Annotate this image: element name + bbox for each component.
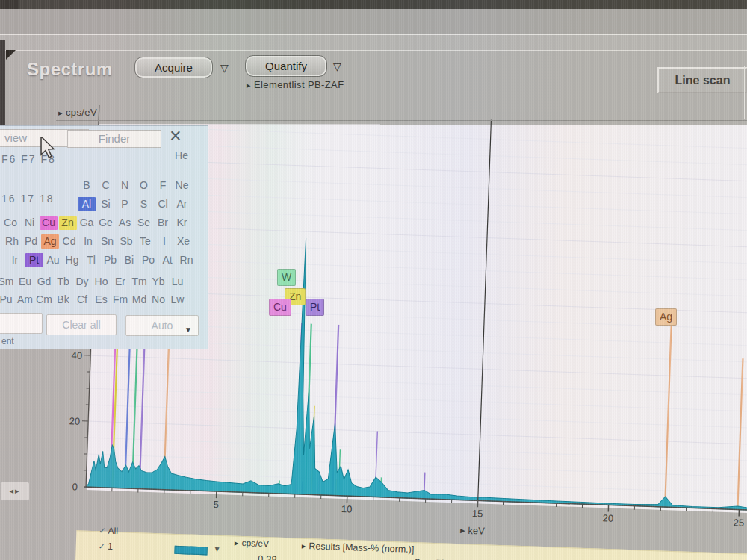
- x-tick-label: 10: [341, 503, 353, 514]
- row1-checkbox[interactable]: ✓1: [98, 540, 113, 552]
- element-cell-S[interactable]: S: [135, 197, 153, 211]
- y-tick-label: 40: [71, 349, 82, 361]
- y-tick-label: 0: [72, 481, 78, 492]
- element-cell-Zn[interactable]: Zn: [59, 216, 77, 230]
- legend-cps-link[interactable]: ▸cps/eV: [235, 538, 270, 550]
- element-cell-Cu[interactable]: Cu: [40, 216, 58, 230]
- peak-label-W: W: [277, 269, 296, 286]
- caret-icon: ▸: [302, 541, 306, 550]
- element-cell-Md[interactable]: Md: [131, 293, 149, 307]
- swatch-dropdown-icon[interactable]: ▼: [213, 545, 220, 553]
- element-cell-Cd[interactable]: Cd: [61, 234, 78, 249]
- acquire-dropdown-icon[interactable]: ▽: [220, 62, 229, 74]
- element-cell-Yb[interactable]: Yb: [149, 275, 167, 289]
- element-cell-I[interactable]: I: [155, 234, 173, 249]
- element-cell-Sm[interactable]: Sm: [0, 275, 15, 289]
- element-cell-Au[interactable]: Au: [44, 253, 62, 267]
- element-cell-Kr[interactable]: Kr: [173, 216, 191, 230]
- element-cell-In[interactable]: In: [79, 234, 97, 249]
- chevron-down-icon: ▼: [185, 320, 192, 340]
- auto-dropdown[interactable]: Auto▼: [125, 315, 199, 336]
- tab-finder[interactable]: Finder: [67, 130, 161, 148]
- element-cell-Po[interactable]: Po: [140, 253, 158, 267]
- element-cell-Cm[interactable]: Cm: [35, 293, 53, 307]
- clear-all-button[interactable]: Clear all: [46, 314, 117, 335]
- element-cell-Si[interactable]: Si: [97, 197, 115, 211]
- quantify-button[interactable]: Quantify: [245, 55, 327, 77]
- element-cell-Ge[interactable]: Ge: [97, 216, 115, 230]
- element-cell-Co[interactable]: Co: [1, 216, 19, 230]
- element-cell-F[interactable]: F: [154, 178, 172, 193]
- element-cell-Cl[interactable]: Cl: [154, 197, 172, 211]
- element-cell-Ni[interactable]: Ni: [21, 216, 39, 230]
- element-cell-Ir[interactable]: Ir: [6, 253, 24, 267]
- element-cell-Rh[interactable]: Rh: [3, 234, 21, 249]
- caret-icon: ▸: [58, 108, 63, 117]
- element-cell-Lu[interactable]: Lu: [169, 275, 187, 289]
- element-cell-At[interactable]: At: [158, 253, 176, 267]
- y-tick-label: 20: [69, 415, 80, 426]
- element-cell-Ho[interactable]: Ho: [93, 275, 111, 289]
- element-cell-Bi[interactable]: Bi: [120, 253, 138, 267]
- element-cell-P[interactable]: P: [116, 197, 134, 211]
- label-fragment: ent: [1, 336, 14, 346]
- element-cell-Gd[interactable]: Gd: [35, 275, 53, 289]
- element-cell-Te[interactable]: Te: [137, 234, 155, 249]
- all-checkbox[interactable]: ✓All: [99, 525, 118, 536]
- element-cell-Pu[interactable]: Pu: [0, 293, 15, 307]
- element-cell-No[interactable]: No: [149, 293, 167, 307]
- acquire-button[interactable]: Acquire: [134, 57, 213, 78]
- element-cell-Eu[interactable]: Eu: [16, 275, 34, 289]
- toolbar-divider: [16, 52, 16, 96]
- element-cell-Fm[interactable]: Fm: [111, 293, 129, 307]
- element-cell-B[interactable]: B: [78, 178, 96, 193]
- element-cell-Es[interactable]: Es: [93, 293, 111, 307]
- element-input[interactable]: [0, 313, 43, 334]
- caret-icon: ▸: [235, 538, 239, 547]
- element-cell-Sn[interactable]: Sn: [99, 234, 117, 249]
- peak-label-Pt: Pt: [306, 299, 324, 316]
- check-icon: ✓: [99, 526, 106, 535]
- element-cell-Al[interactable]: Al: [78, 197, 96, 211]
- caret-icon: ▸: [247, 81, 251, 90]
- element-cell-Dy[interactable]: Dy: [73, 275, 91, 289]
- element-cell-Tl[interactable]: Tl: [82, 253, 100, 267]
- element-cell-He[interactable]: He: [173, 149, 190, 163]
- element-cell-N[interactable]: N: [116, 178, 134, 193]
- element-cell-Pb[interactable]: Pb: [102, 253, 120, 267]
- element-cell-Cf[interactable]: Cf: [73, 293, 91, 307]
- close-icon[interactable]: ×: [170, 125, 182, 148]
- page-title: Spectrum: [27, 59, 113, 80]
- left-edge-strip: [0, 40, 5, 125]
- element-cell-Br[interactable]: Br: [154, 216, 172, 230]
- element-cell-Am[interactable]: Am: [16, 293, 34, 307]
- line-scan-button[interactable]: Line scan: [657, 67, 747, 93]
- element-cell-Ga[interactable]: Ga: [78, 216, 96, 230]
- element-cell-Ne[interactable]: Ne: [173, 178, 191, 193]
- element-cell-Bk[interactable]: Bk: [55, 293, 72, 307]
- quantify-dropdown-icon[interactable]: ▽: [333, 60, 341, 72]
- element-cell-O[interactable]: O: [135, 178, 153, 193]
- scroll-control[interactable]: ◂▸: [0, 482, 30, 501]
- cps-ev-link[interactable]: ▸cps/eV: [58, 107, 97, 118]
- element-cell-Rn[interactable]: Rn: [178, 253, 196, 267]
- element-cell-Ag[interactable]: Ag: [41, 234, 59, 249]
- series-color-swatch: [174, 546, 207, 556]
- element-cell-Se[interactable]: Se: [135, 216, 153, 230]
- element-cell-Tm[interactable]: Tm: [131, 275, 149, 289]
- element-cell-Xe[interactable]: Xe: [175, 234, 193, 249]
- element-cell-Hg[interactable]: Hg: [63, 253, 81, 267]
- toolbar-separator: [56, 96, 747, 96]
- element-cell-Er[interactable]: Er: [111, 275, 129, 289]
- corner-flag-icon[interactable]: [6, 50, 16, 60]
- element-cell-Tb[interactable]: Tb: [55, 275, 72, 289]
- element-cell-Ar[interactable]: Ar: [173, 197, 191, 211]
- element-cell-As[interactable]: As: [116, 216, 134, 230]
- element-cell-Pd[interactable]: Pd: [22, 234, 40, 249]
- element-cell-Sb[interactable]: Sb: [117, 234, 135, 249]
- element-cell-Pt[interactable]: Pt: [25, 253, 43, 267]
- elementlist-link[interactable]: ▸Elementlist PB-ZAF: [247, 79, 344, 90]
- element-cell-Lw[interactable]: Lw: [169, 293, 187, 307]
- window-edge-line: [744, 66, 745, 119]
- element-cell-C[interactable]: C: [97, 178, 115, 193]
